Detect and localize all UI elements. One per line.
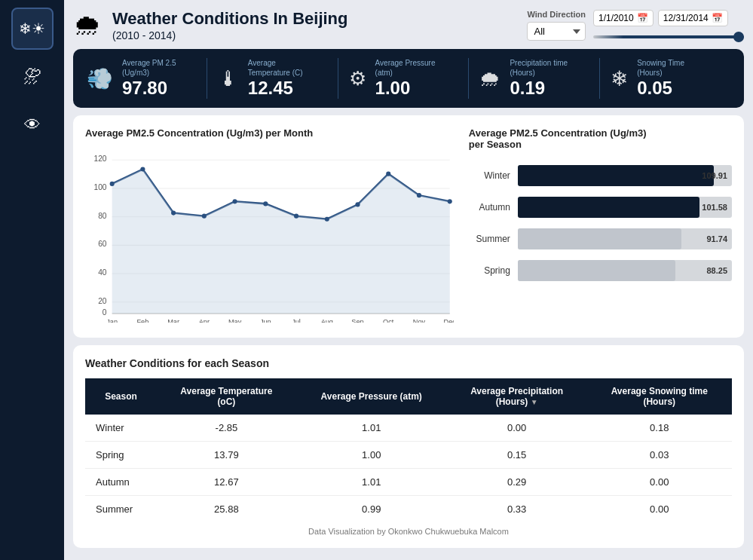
date-end-input[interactable]: 12/31/2014 📅 [658, 10, 728, 26]
svg-point-37 [386, 172, 390, 176]
cell-season-spring: Spring [85, 442, 157, 469]
calendar-icon: 📅 [637, 13, 648, 23]
cell-temp-summer: 25.88 [157, 496, 296, 523]
svg-text:40: 40 [98, 268, 107, 277]
bar-chart-bars: Winter 109.91 Autumn 101.58 Summ [469, 165, 732, 281]
pressure-icon: ⚙ [349, 67, 366, 90]
stat-temperature: 🌡 AverageTemperature (C) 12.45 [207, 58, 338, 99]
bar-track-spring: 88.25 [518, 260, 732, 281]
app-logo: 🌧 [73, 9, 102, 41]
cell-precip-winter: 0.00 [447, 415, 587, 442]
sort-arrow[interactable]: ▼ [531, 398, 538, 406]
table-row: Winter -2.85 1.01 0.00 0.18 [85, 415, 732, 442]
stat-pressure-label: Average Pressure(atm) [375, 58, 436, 78]
main-content: 🌧 Weather Conditions In Beijing (2010 - … [64, 0, 753, 560]
page-subtitle: (2010 - 2014) [112, 29, 516, 41]
bar-track-winter: 109.91 [518, 165, 732, 186]
svg-text:20: 20 [98, 297, 107, 305]
svg-text:60: 60 [98, 240, 107, 248]
svg-text:Nov: Nov [413, 318, 426, 323]
cell-season-winter: Winter [85, 415, 157, 442]
svg-point-28 [110, 182, 115, 186]
line-chart-container: Average PM2.5 Concentration (Ug/m3) per … [85, 127, 454, 326]
date-start-value: 1/1/2010 [598, 13, 634, 23]
footer-credit: Data Visualization by Okonkwo Chukwuebuk… [85, 522, 732, 536]
wind-direction-select[interactable]: All [527, 22, 586, 41]
sidebar-icon-eye[interactable]: 👁 [11, 104, 54, 146]
svg-text:Jan: Jan [106, 318, 118, 323]
svg-point-31 [202, 214, 207, 219]
svg-text:120: 120 [94, 155, 107, 163]
svg-point-33 [263, 201, 268, 206]
bar-chart-title: Average PM2.5 Concentration (Ug/m3)per S… [469, 127, 732, 150]
cell-temp-winter: -2.85 [157, 415, 296, 442]
bar-fill-autumn [518, 197, 699, 218]
svg-text:100: 100 [94, 183, 107, 191]
svg-point-34 [294, 214, 298, 219]
svg-point-38 [417, 193, 421, 197]
bar-value-spring: 88.25 [706, 266, 727, 275]
bar-fill-spring [518, 260, 675, 281]
cell-precip-summer: 0.33 [447, 496, 587, 523]
bar-track-summer: 91.74 [518, 228, 732, 249]
table-header-row: Season Average Temperature(oC) Average P… [85, 378, 732, 415]
svg-marker-15 [112, 170, 450, 314]
bar-value-winter: 109.91 [702, 171, 727, 180]
table-title: Weather Conditions for each Season [85, 357, 732, 369]
cell-snow-spring: 0.03 [587, 442, 732, 469]
stat-snow-value: 0.05 [637, 78, 684, 99]
line-chart-title: Average PM2.5 Concentration (Ug/m3) per … [85, 127, 454, 139]
bar-fill-summer [518, 228, 681, 249]
table-section: Weather Conditions for each Season Seaso… [73, 345, 744, 548]
bar-label-autumn: Autumn [469, 202, 510, 213]
charts-section: Average PM2.5 Concentration (Ug/m3) per … [73, 115, 744, 338]
cell-season-autumn: Autumn [85, 469, 157, 496]
cell-temp-autumn: 12.67 [157, 469, 296, 496]
bar-row-winter: Winter 109.91 [469, 165, 732, 186]
stat-temp-label: AverageTemperature (C) [248, 58, 303, 78]
date-range-slider[interactable] [593, 35, 744, 38]
calendar-end-icon: 📅 [712, 13, 723, 23]
svg-point-30 [171, 211, 176, 216]
svg-text:Sep: Sep [351, 318, 363, 323]
col-precipitation: Average Precipitation(Hours) ▼ [447, 378, 587, 415]
col-season: Season [85, 378, 157, 415]
table-body: Winter -2.85 1.01 0.00 0.18 Spring 13.79… [85, 415, 732, 522]
bar-value-summer: 91.74 [706, 234, 727, 243]
sidebar: ❄☀ ⛈ 👁 [0, 0, 64, 560]
table-row: Autumn 12.67 1.01 0.29 0.00 [85, 469, 732, 496]
stat-precip-value: 0.19 [510, 78, 568, 99]
header-title-block: Weather Conditions In Beijing (2010 - 20… [112, 9, 516, 41]
stat-pressure-value: 1.00 [375, 78, 436, 99]
stat-snow-text: Snowing Time(Hours) 0.05 [637, 58, 684, 99]
svg-point-32 [233, 199, 237, 203]
cell-temp-spring: 13.79 [157, 442, 296, 469]
page-title: Weather Conditions In Beijing [112, 9, 516, 29]
header-controls: Wind Direction All 1/1/2010 📅 12/31/2014… [527, 10, 744, 41]
svg-text:Dec: Dec [444, 318, 454, 323]
sidebar-icon-storm[interactable]: ⛈ [11, 56, 54, 98]
stat-pressure: ⚙ Average Pressure(atm) 1.00 [338, 58, 470, 99]
col-temperature: Average Temperature(oC) [157, 378, 296, 415]
snow-icon: ❄ [611, 66, 628, 91]
svg-text:May: May [228, 318, 242, 323]
svg-text:Feb: Feb [136, 318, 148, 323]
sidebar-icon-weather[interactable]: ❄☀ [11, 8, 54, 50]
cell-pressure-summer: 0.99 [296, 496, 447, 523]
cell-snow-autumn: 0.00 [587, 469, 732, 496]
season-table: Season Average Temperature(oC) Average P… [85, 378, 732, 522]
date-start-input[interactable]: 1/1/2010 📅 [593, 10, 654, 26]
bar-row-summer: Summer 91.74 [469, 228, 732, 249]
stats-bar: 💨 Average PM 2.5(Ug/m3) 97.80 🌡 AverageT… [73, 49, 744, 108]
stat-pm25: 💨 Average PM 2.5(Ug/m3) 97.80 [87, 58, 207, 99]
cell-precip-autumn: 0.29 [447, 469, 587, 496]
wind-direction-container: Wind Direction All [527, 10, 586, 41]
date-inputs: 1/1/2010 📅 12/31/2014 📅 [593, 10, 744, 26]
bar-track-autumn: 101.58 [518, 197, 732, 218]
cell-snow-summer: 0.00 [587, 496, 732, 523]
cell-pressure-spring: 1.00 [296, 442, 447, 469]
bar-row-autumn: Autumn 101.58 [469, 197, 732, 218]
bar-label-summer: Summer [469, 234, 510, 244]
date-range-container: 1/1/2010 📅 12/31/2014 📅 [593, 10, 744, 41]
svg-text:0: 0 [103, 308, 107, 317]
